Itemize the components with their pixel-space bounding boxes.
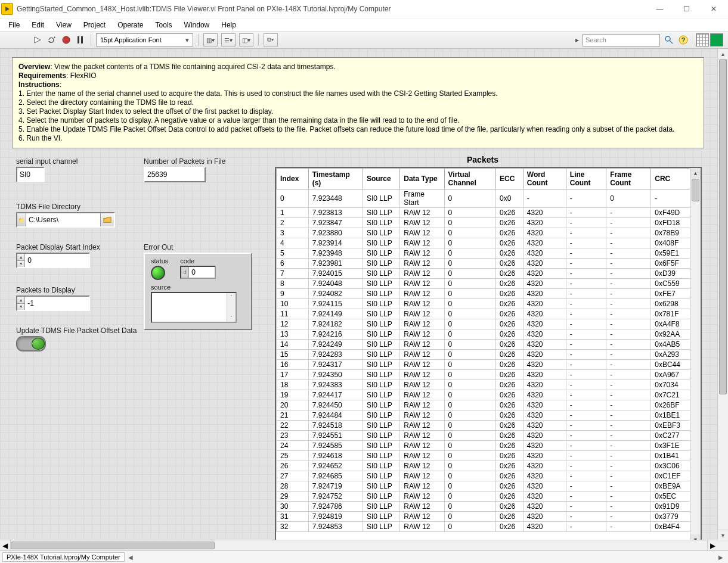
table-row[interactable]: 177.924350SI0 LLPRAW 1200x264320--0xA967 [277, 370, 690, 380]
table-row[interactable]: 307.924786SI0 LLPRAW 1200x264320--0x91D9 [277, 502, 690, 512]
start-index-value[interactable] [25, 255, 89, 266]
table-row[interactable]: 317.924819SI0 LLPRAW 1200x264320--0x3779 [277, 512, 690, 522]
col-data-type[interactable]: Data Type [400, 169, 444, 189]
table-cell: - [606, 309, 651, 319]
table-row[interactable]: 137.924216SI0 LLPRAW 1200x264320--0x92AA [277, 329, 690, 340]
tdms-dir-input[interactable]: 📁 [16, 212, 115, 228]
menu-tools[interactable]: Tools [150, 20, 178, 30]
table-row[interactable]: 27.923847SI0 LLPRAW 1200x264320--0xFD18 [277, 218, 690, 228]
table-row[interactable]: 47.923914SI0 LLPRAW 1200x264320--0x408F [277, 238, 690, 248]
table-row[interactable]: 187.924383SI0 LLPRAW 1200x264320--0x7034 [277, 380, 690, 390]
search-input[interactable]: Search [583, 34, 660, 46]
table-row[interactable]: 17.923813SI0 LLPRAW 1200x264320--0xF49D [277, 208, 690, 218]
table-row[interactable]: 217.924484SI0 LLPRAW 1200x264320--0x1BE1 [277, 410, 690, 421]
table-cell: 0 [444, 400, 496, 410]
table-row[interactable]: 37.923880SI0 LLPRAW 1200x264320--0x78B9 [277, 228, 690, 238]
menu-project[interactable]: Project [78, 20, 111, 30]
table-cell: 0x26 [496, 461, 523, 471]
packets-table-scrollbar[interactable]: ▲ ▼ [690, 168, 701, 545]
table-row[interactable]: 07.923448SI0 LLPFrame Start00x0--0- [277, 189, 690, 208]
packets-table[interactable]: IndexTimestamp (s)SourceData TypeVirtual… [275, 167, 702, 546]
packets-to-display-spinner[interactable]: ▲▼ [17, 297, 25, 310]
table-row[interactable]: 227.924518SI0 LLPRAW 1200x264320--0xEBF3 [277, 421, 690, 431]
table-row[interactable]: 327.924853SI0 LLPRAW 1200x264320--0xB4F4 [277, 522, 690, 532]
resize-objects-button[interactable]: ◫▾ [239, 33, 253, 46]
table-cell: - [606, 269, 651, 279]
col-index[interactable]: Index [277, 169, 309, 189]
run-button[interactable] [32, 35, 43, 45]
reorder-button[interactable]: ⧉▾ [264, 33, 278, 46]
menu-operate[interactable]: Operate [111, 20, 149, 30]
table-row[interactable]: 87.924048SI0 LLPRAW 1200x264320--0xC559 [277, 279, 690, 289]
table-row[interactable]: 247.924585SI0 LLPRAW 1200x264320--0x3F1E [277, 441, 690, 451]
distribute-objects-button[interactable]: ☰▾ [221, 33, 236, 46]
col-virtual-channel[interactable]: Virtual Channel [444, 169, 496, 189]
menu-file[interactable]: File [2, 20, 26, 30]
table-cell: 7.924786 [308, 502, 363, 512]
table-row[interactable]: 57.923948SI0 LLPRAW 1200x264320--0x59E1 [277, 248, 690, 259]
close-button[interactable]: ✕ [700, 0, 727, 18]
table-cell: 10 [277, 299, 309, 309]
browse-button[interactable] [100, 213, 114, 226]
serial-channel-input[interactable] [16, 167, 45, 182]
table-row[interactable]: 97.924082SI0 LLPRAW 1200x264320--0xFE7 [277, 289, 690, 299]
font-selector[interactable]: 15pt Application Font [96, 33, 193, 46]
context-prev-button[interactable]: ◀ [126, 554, 135, 561]
table-row[interactable]: 197.924417SI0 LLPRAW 1200x264320--0x7C21 [277, 390, 690, 400]
minimize-button[interactable]: — [646, 0, 673, 18]
run-continuous-button[interactable] [47, 35, 57, 45]
table-cell: 7.924283 [308, 350, 363, 360]
col-source[interactable]: Source [363, 169, 399, 189]
abort-button[interactable] [61, 35, 72, 45]
table-row[interactable]: 127.924182SI0 LLPRAW 1200x264320--0xA4F8 [277, 319, 690, 329]
icon-connector-pane[interactable] [696, 33, 723, 46]
table-row[interactable]: 67.923981SI0 LLPRAW 1200x264320--0x6F5F [277, 259, 690, 269]
table-row[interactable]: 167.924317SI0 LLPRAW 1200x264320--0xBC44 [277, 360, 690, 370]
table-row[interactable]: 207.924450SI0 LLPRAW 1200x264320--0x26BF [277, 400, 690, 410]
table-row[interactable]: 267.924652SI0 LLPRAW 1200x264320--0x3C06 [277, 461, 690, 471]
col-frame-count[interactable]: Frame Count [606, 169, 651, 189]
menu-edit[interactable]: Edit [26, 20, 50, 30]
help-icon[interactable]: ? [678, 35, 689, 45]
table-cell: - [566, 471, 606, 481]
search-icon[interactable] [664, 35, 674, 45]
update-offset-toggle[interactable] [16, 336, 46, 352]
start-index-input[interactable]: ▲▼ [16, 253, 90, 268]
align-objects-button[interactable]: ▥▾ [203, 33, 218, 46]
menu-window[interactable]: Window [178, 20, 216, 30]
table-cell: 0 [444, 228, 496, 238]
tdms-dir-value[interactable] [26, 214, 100, 225]
serial-channel-value[interactable] [17, 169, 44, 180]
source-scrollbar[interactable]: ˄˅ [227, 293, 236, 322]
context-next-button[interactable]: ▶ [716, 554, 726, 561]
start-index-label: Packet Display Start Index [16, 243, 100, 251]
start-index-spinner[interactable]: ▲▼ [17, 254, 25, 267]
menu-view[interactable]: View [50, 20, 78, 30]
col-ecc[interactable]: ECC [496, 169, 523, 189]
canvas-horizontal-scrollbar[interactable]: ◀ ▶ [0, 540, 728, 550]
table-row[interactable]: 117.924149SI0 LLPRAW 1200x264320--0x781F [277, 309, 690, 319]
table-cell: 30 [277, 502, 309, 512]
pause-button[interactable] [75, 35, 86, 45]
table-row[interactable]: 237.924551SI0 LLPRAW 1200x264320--0xC277 [277, 431, 690, 441]
col-word-count[interactable]: Word Count [523, 169, 566, 189]
table-row[interactable]: 77.924015SI0 LLPRAW 1200x264320--0xD39 [277, 269, 690, 279]
canvas-vertical-scrollbar[interactable]: ▲ ▼ [717, 49, 728, 550]
table-row[interactable]: 277.924685SI0 LLPRAW 1200x264320--0xC1EF [277, 471, 690, 481]
table-cell: 0 [444, 481, 496, 492]
packets-to-display-input[interactable]: ▲▼ [16, 296, 90, 311]
maximize-button[interactable]: ☐ [673, 0, 700, 18]
col-line-count[interactable]: Line Count [566, 169, 606, 189]
packets-title: Packets [467, 155, 498, 164]
table-row[interactable]: 147.924249SI0 LLPRAW 1200x264320--0x4AB5 [277, 340, 690, 350]
project-context[interactable]: PXIe-148X Tutorial.lvproj/My Computer [2, 552, 125, 562]
table-row[interactable]: 287.924719SI0 LLPRAW 1200x264320--0xBE9A [277, 481, 690, 492]
packets-to-display-value[interactable] [25, 298, 89, 309]
menu-help[interactable]: Help [215, 20, 242, 30]
col-timestamp-s-[interactable]: Timestamp (s) [308, 169, 363, 189]
table-row[interactable]: 157.924283SI0 LLPRAW 1200x264320--0xA293 [277, 350, 690, 360]
table-row[interactable]: 257.924618SI0 LLPRAW 1200x264320--0x1B41 [277, 451, 690, 461]
col-crc[interactable]: CRC [651, 169, 690, 189]
table-row[interactable]: 107.924115SI0 LLPRAW 1200x264320--0x6298 [277, 299, 690, 309]
table-row[interactable]: 297.924752SI0 LLPRAW 1200x264320--0x5EC [277, 492, 690, 502]
